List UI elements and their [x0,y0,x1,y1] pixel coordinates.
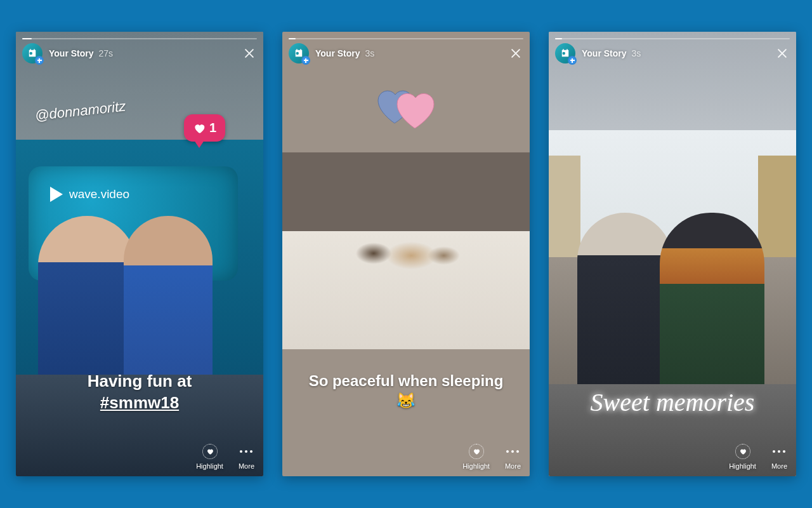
story-title: Your Story [49,48,94,58]
person-2 [124,216,213,375]
story-photo [549,130,796,384]
story-photo [282,152,530,349]
close-icon[interactable] [242,46,257,61]
more-icon [240,443,252,460]
avatar-plus-icon [35,56,44,65]
story-actions: Highlight More [729,443,787,470]
progress-fill [289,38,296,39]
building [549,156,580,257]
person-1 [577,213,672,384]
highlight-label: Highlight [462,462,490,470]
story-title: Your Story [315,48,360,58]
story-time: 3s [365,48,375,58]
progress-fill [22,38,32,39]
avatar[interactable] [22,43,43,64]
story-time: 3s [632,48,641,58]
more-label: More [771,462,787,470]
more-icon [506,443,519,460]
caption-line1: Having fun at [88,371,192,391]
close-icon[interactable] [508,46,523,61]
progress-bar [555,38,790,39]
highlight-button[interactable]: Highlight [729,443,756,470]
more-button[interactable]: More [771,443,787,470]
story-actions: Highlight More [196,443,254,470]
heart-icon [193,122,206,135]
more-button[interactable]: More [239,443,254,470]
avatar[interactable] [289,43,309,64]
story-panel-3[interactable]: Your Story 3s Sweet memories Highlight M… [549,32,796,476]
progress-bar [22,38,257,39]
avatar[interactable] [555,43,575,64]
avatar-plus-icon [301,56,310,65]
highlight-icon [469,443,484,460]
play-icon [50,187,63,202]
highlight-icon [202,443,218,460]
heart-icon-pink [397,93,434,128]
hearts-sticker[interactable] [376,81,436,133]
more-button[interactable]: More [505,443,521,470]
story-actions: Highlight More [462,443,521,470]
like-count: 1 [209,121,216,135]
like-sticker[interactable]: 1 [184,114,225,142]
person-2 [660,213,764,384]
caption-hashtag[interactable]: #smmw18 [100,393,179,412]
close-icon[interactable] [775,46,790,61]
building [758,156,796,257]
highlight-icon [735,443,750,460]
story-caption: Sweet memories [549,386,796,419]
avatar-plus-icon [568,56,577,65]
story-time: 27s [99,48,114,58]
highlight-label: Highlight [729,462,756,470]
story-panel-1[interactable]: wave.video Your Story 27s @donnamoritz 1… [16,32,263,476]
story-title: Your Story [582,48,627,58]
story-header: Your Story 3s [555,43,790,64]
story-panel-2[interactable]: Your Story 3s So peaceful when sleeping … [282,32,530,476]
more-label: More [505,462,521,470]
highlight-button[interactable]: Highlight [462,443,490,470]
booth-brand-text: wave.video [69,187,129,201]
progress-fill [555,38,562,39]
story-photo: wave.video [16,140,263,375]
cat [352,231,460,276]
story-header: Your Story 27s [22,43,257,64]
story-caption: So peaceful when sleeping 😹 [282,371,530,410]
highlight-button[interactable]: Highlight [196,443,223,470]
more-icon [773,443,785,460]
highlight-label: Highlight [196,462,223,470]
more-label: More [239,462,254,470]
story-header: Your Story 3s [289,43,523,64]
story-caption: Having fun at #smmw18 [16,371,263,414]
booth-brand: wave.video [50,187,129,202]
progress-bar [289,38,523,39]
person-1 [38,216,136,375]
